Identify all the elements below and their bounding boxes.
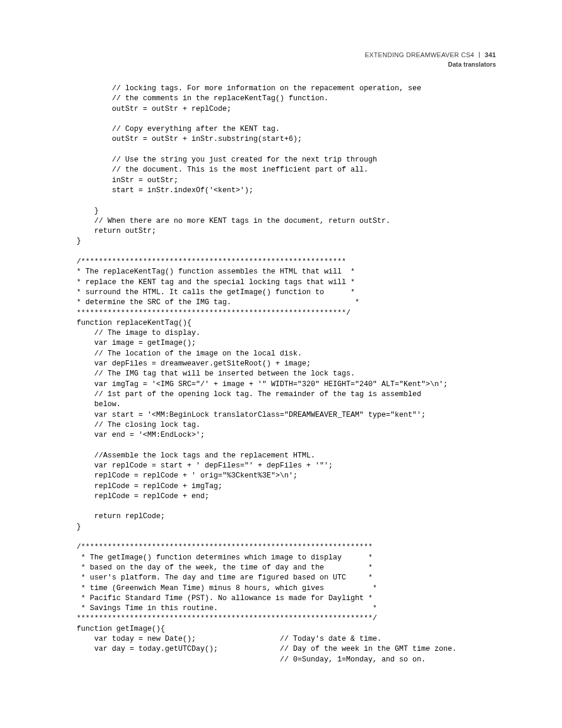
document-page: EXTENDING DREAMWEAVER CS4 341 Data trans… bbox=[0, 0, 562, 728]
page-number: 341 bbox=[485, 51, 496, 58]
header-divider bbox=[479, 52, 480, 58]
code-listing: // locking tags. For more information on… bbox=[77, 84, 496, 665]
page-header: EXTENDING DREAMWEAVER CS4 341 Data trans… bbox=[365, 51, 496, 69]
section-title: Data translators bbox=[365, 60, 496, 68]
header-title-row: EXTENDING DREAMWEAVER CS4 341 bbox=[365, 51, 496, 60]
book-title: EXTENDING DREAMWEAVER CS4 bbox=[365, 51, 474, 58]
